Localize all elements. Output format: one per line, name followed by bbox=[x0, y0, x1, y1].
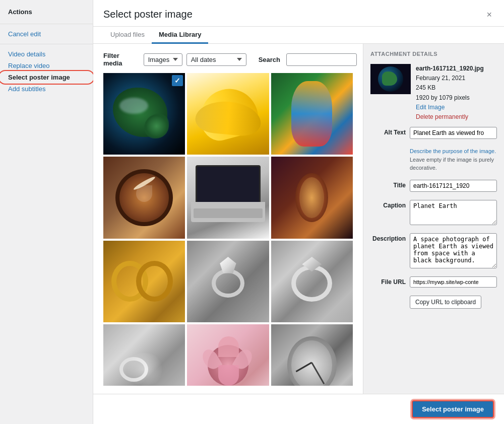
title-label: Title bbox=[370, 180, 406, 189]
image-item-earth[interactable] bbox=[103, 73, 185, 155]
search-label: Search bbox=[259, 56, 280, 63]
modal-footer: Select poster image bbox=[93, 394, 504, 424]
attachment-meta: earth-1617121_1920.jpg February 21, 2021… bbox=[416, 64, 484, 122]
tab-media-library[interactable]: Media Library bbox=[152, 27, 209, 44]
sidebar-divider bbox=[0, 24, 93, 24]
image-item-banana[interactable] bbox=[187, 73, 269, 155]
image-item-diamond-ring[interactable] bbox=[187, 241, 269, 322]
alt-text-label: Alt Text bbox=[370, 127, 406, 136]
image-item-pocket-watch[interactable] bbox=[271, 324, 353, 386]
image-grid bbox=[103, 73, 357, 386]
select-poster-image-button[interactable]: Select poster image bbox=[412, 400, 494, 418]
file-url-row: File URL bbox=[370, 276, 497, 288]
image-item-laptop[interactable] bbox=[187, 157, 269, 238]
attachment-details-panel: ATTACHMENT DETAILS earth-1617121_1920.jp… bbox=[363, 44, 504, 394]
sidebar-item-add-subtitles[interactable]: Add subtitles bbox=[0, 83, 93, 95]
filter-date-select[interactable]: All dates January 2021 February 2021 bbox=[186, 53, 246, 66]
title-row: Title bbox=[370, 180, 497, 192]
alt-text-input[interactable] bbox=[410, 127, 497, 139]
tab-upload-files[interactable]: Upload files bbox=[103, 27, 152, 44]
copy-url-wrapper: Copy URL to clipboard bbox=[370, 296, 497, 309]
attachment-delete-link[interactable]: Delete permanently bbox=[416, 113, 468, 120]
file-url-label: File URL bbox=[370, 276, 406, 286]
copy-url-button[interactable]: Copy URL to clipboard bbox=[410, 296, 481, 309]
media-library-panel: Filter media Images Audio Video All date… bbox=[93, 44, 363, 394]
attachment-edit-image-link[interactable]: Edit Image bbox=[416, 104, 445, 111]
caption-label: Caption bbox=[370, 200, 406, 209]
sidebar-item-select-poster[interactable]: Select poster image bbox=[0, 72, 93, 83]
modal-close-button[interactable]: × bbox=[484, 8, 494, 21]
file-url-input[interactable] bbox=[410, 276, 497, 288]
image-item-gem-cluster[interactable] bbox=[103, 324, 185, 386]
tabs-bar: Upload files Media Library bbox=[93, 27, 504, 44]
modal-title: Select poster image bbox=[103, 9, 193, 26]
caption-textarea[interactable]: Planet Earth bbox=[410, 200, 497, 225]
attachment-details-header: ATTACHMENT DETAILS bbox=[370, 51, 497, 57]
alt-text-hint: Describe the purpose of the image. Leave… bbox=[410, 148, 496, 171]
sidebar-item-replace-video[interactable]: Replace video bbox=[0, 60, 93, 72]
sidebar-divider-2 bbox=[0, 44, 93, 44]
description-row: Description A space photograph of planet… bbox=[370, 233, 497, 268]
content-area: Filter media Images Audio Video All date… bbox=[93, 44, 504, 394]
image-grid-wrapper bbox=[103, 73, 357, 386]
modal-area: Select poster image × Upload files Media… bbox=[93, 0, 504, 424]
sidebar: Actions Cancel edit Video details Replac… bbox=[0, 0, 93, 424]
attachment-preview: earth-1617121_1920.jpg February 21, 2021… bbox=[370, 64, 497, 122]
attachment-dimensions: 1920 by 1079 pixels bbox=[416, 93, 484, 103]
image-item-parrot[interactable] bbox=[271, 73, 353, 155]
attachment-thumbnail bbox=[370, 64, 411, 94]
image-item-gold-rings[interactable] bbox=[103, 241, 185, 322]
sidebar-actions-label: Actions bbox=[0, 8, 93, 20]
attachment-date: February 21, 2021 bbox=[416, 74, 484, 83]
attachment-filesize: 245 KB bbox=[416, 83, 484, 93]
image-item-silver-ring[interactable] bbox=[271, 241, 353, 322]
filter-type-select[interactable]: Images Audio Video bbox=[144, 53, 182, 66]
thumb-earth-sphere bbox=[378, 66, 403, 92]
filter-row: Filter media Images Audio Video All date… bbox=[103, 52, 357, 67]
caption-row: Caption Planet Earth bbox=[370, 200, 497, 225]
image-item-flower-jewelry[interactable] bbox=[187, 324, 269, 386]
search-input[interactable] bbox=[286, 53, 357, 66]
modal-header: Select poster image × bbox=[93, 0, 504, 27]
sidebar-item-cancel-edit[interactable]: Cancel edit bbox=[0, 28, 93, 40]
thumb-earth-land bbox=[382, 72, 397, 86]
alt-text-row: Alt Text bbox=[370, 127, 497, 139]
title-input[interactable] bbox=[410, 180, 497, 192]
image-item-brooch[interactable] bbox=[271, 157, 353, 238]
sidebar-item-video-details[interactable]: Video details bbox=[0, 48, 93, 60]
filter-label: Filter media bbox=[103, 52, 138, 67]
image-item-coffee[interactable] bbox=[103, 157, 185, 238]
attachment-filename: earth-1617121_1920.jpg bbox=[416, 64, 484, 74]
alt-text-hint-link[interactable]: Describe the purpose of the image. bbox=[410, 148, 496, 154]
description-label: Description bbox=[370, 233, 406, 242]
description-textarea[interactable]: A space photograph of planet Earth as vi… bbox=[410, 233, 497, 268]
